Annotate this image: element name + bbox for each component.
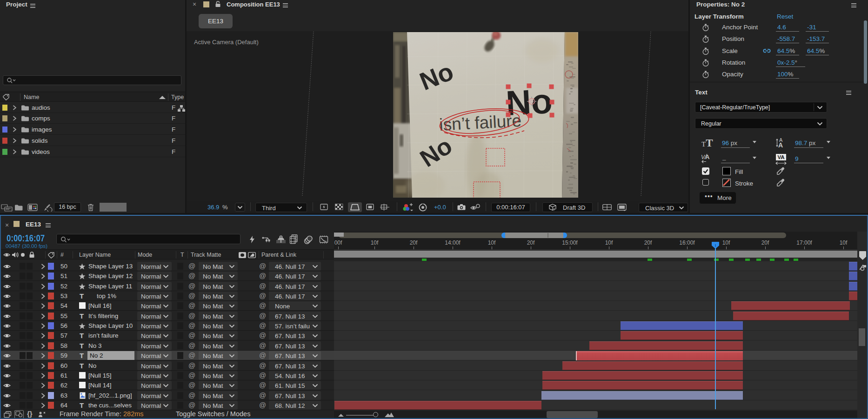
svg-text:V: V bbox=[701, 154, 705, 160]
svg-text:A: A bbox=[778, 141, 783, 148]
svg-text:A: A bbox=[705, 153, 710, 160]
